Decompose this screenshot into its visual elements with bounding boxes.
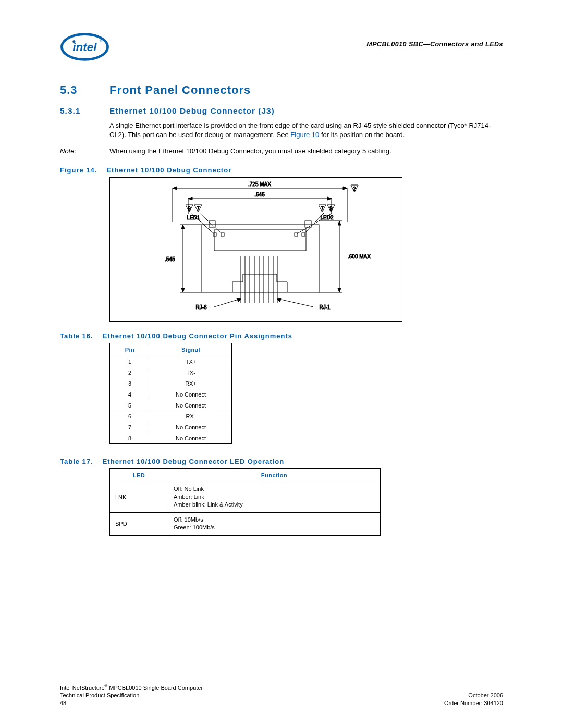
svg-marker-35 [181, 288, 185, 292]
figure14-number: Figure 14. [60, 166, 97, 174]
svg-marker-9 [327, 197, 332, 200]
rj1-label: RJ-1 [319, 304, 331, 310]
svg-line-51 [304, 213, 324, 234]
svg-line-45 [277, 299, 313, 307]
signal-cell: No Connect [150, 433, 232, 443]
pin-assignments-table: Pin Signal 1TX+2TX-3RX+4No Connect5No Co… [109, 343, 232, 444]
dim-725: .725 MAX [248, 181, 271, 187]
figure14-title: Ethernet 10/100 Debug Connector [106, 166, 231, 174]
svg-text:intel: intel [72, 41, 97, 54]
rj8-label: RJ-8 [195, 304, 207, 310]
led-cell: LNK [110, 482, 168, 512]
table17-title: Ethernet 10/100 Debug Connector LED Oper… [103, 458, 284, 465]
table-row: SPDOff: 10Mb/sGreen: 100Mb/s [110, 512, 381, 535]
pin-cell: 5 [110, 400, 150, 411]
led-cell: SPD [110, 512, 168, 535]
note-row: Note: When using the Ethernet 10/100 Deb… [60, 146, 503, 156]
table16-number: Table 16. [60, 332, 93, 340]
svg-text:®: ® [100, 39, 102, 43]
dim-645: .645 [254, 192, 265, 198]
para1-text-b: for its position on the board. [319, 131, 405, 139]
pin-cell: 6 [110, 411, 150, 422]
footer-product-suffix: MPCBL0010 Single Board Computer [107, 684, 203, 690]
footer-product: Intel NetStructure [60, 684, 105, 690]
svg-marker-8 [188, 197, 192, 200]
svg-line-53 [297, 213, 332, 234]
section-heading: 5.3 Front Panel Connectors [60, 83, 503, 97]
figure14-caption: Figure 14. Ethernet 10/100 Debug Connect… [60, 166, 503, 174]
signal-cell: RX- [150, 411, 232, 422]
note-text: When using the Ethernet 10/100 Debug Con… [109, 146, 503, 156]
table-row: 5No Connect [110, 400, 232, 411]
subsection-title: Ethernet 10/100 Debug Connector (J3) [109, 106, 275, 116]
table-row: 4No Connect [110, 389, 232, 400]
function-cell: Off: No LinkAmber: LinkAmber-blink: Link… [168, 482, 381, 512]
figure14-diagram: .725 MAX .645 9 7 LED1 [109, 177, 402, 322]
led2-label: LED2 [320, 215, 333, 220]
section-number: 5.3 [60, 83, 109, 97]
dim-600: .600 MAX [348, 254, 371, 260]
pin-cell: 8 [110, 433, 150, 443]
footer-spec: Technical Product Specification [60, 692, 203, 699]
table16-col-pin: Pin [110, 343, 150, 356]
table-row: 1TX+ [110, 356, 232, 367]
dim-545: .545 [165, 256, 175, 262]
table16-title: Ethernet 10/100 Debug Connector Pin Assi… [103, 332, 292, 340]
svg-marker-6 [343, 187, 347, 190]
subsection-number: 5.3.1 [60, 106, 109, 116]
table-row: 8No Connect [110, 433, 232, 443]
svg-rect-20 [201, 225, 319, 292]
subsection-heading: 5.3.1 Ethernet 10/100 Debug Connector (J… [60, 106, 503, 116]
svg-marker-34 [181, 225, 185, 229]
pin-cell: 3 [110, 378, 150, 389]
figure-ref-link[interactable]: Figure 10 [290, 131, 319, 139]
table16-caption: Table 16. Ethernet 10/100 Debug Connecto… [60, 332, 503, 340]
svg-text:7: 7 [321, 206, 324, 212]
svg-text:2: 2 [353, 186, 356, 192]
intel-logo: intel ® [60, 31, 109, 63]
table-row: LNKOff: No LinkAmber: LinkAmber-blink: L… [110, 482, 381, 512]
table16-col-signal: Signal [150, 343, 232, 356]
table17-number: Table 17. [60, 458, 93, 465]
signal-cell: No Connect [150, 400, 232, 411]
signal-cell: RX+ [150, 378, 232, 389]
table-row: 7No Connect [110, 422, 232, 433]
svg-marker-40 [338, 288, 341, 292]
svg-marker-5 [173, 187, 177, 190]
table17-col-function: Function [168, 468, 381, 482]
pin-cell: 4 [110, 389, 150, 400]
svg-rect-21 [214, 230, 306, 251]
svg-text:7: 7 [197, 206, 200, 212]
svg-marker-39 [338, 221, 341, 225]
pin-cell: 2 [110, 367, 150, 378]
table-row: 3RX+ [110, 378, 232, 389]
svg-rect-22 [209, 221, 215, 227]
function-cell: Off: 10Mb/sGreen: 100Mb/s [168, 512, 381, 535]
pin-cell: 1 [110, 356, 150, 367]
paragraph-1: A single Ethernet port interface is prov… [60, 121, 503, 139]
signal-cell: No Connect [150, 422, 232, 433]
pin-cell: 7 [110, 422, 150, 433]
footer-page: 48 [60, 699, 203, 707]
footer-order: Order Number: 304120 [444, 699, 503, 707]
section-title: Front Panel Connectors [109, 83, 251, 97]
svg-rect-23 [305, 221, 311, 227]
svg-marker-44 [237, 298, 241, 302]
svg-marker-46 [277, 298, 282, 302]
signal-cell: TX- [150, 367, 232, 378]
table17-caption: Table 17. Ethernet 10/100 Debug Connecto… [60, 458, 503, 465]
svg-point-2 [72, 40, 75, 43]
led-operation-table: LED Function LNKOff: No LinkAmber: LinkA… [109, 468, 381, 536]
note-label: Note: [60, 146, 109, 156]
svg-text:9: 9 [329, 206, 333, 212]
footer-date: October 2006 [444, 692, 503, 699]
signal-cell: No Connect [150, 389, 232, 400]
header-doc-title: MPCBL0010 SBC—Connectors and LEDs [366, 31, 503, 48]
table-row: 6RX- [110, 411, 232, 422]
table-row: 2TX- [110, 367, 232, 378]
signal-cell: TX+ [150, 356, 232, 367]
page-footer: Intel NetStructure® MPCBL0010 Single Boa… [60, 663, 503, 707]
table17-col-led: LED [110, 468, 168, 482]
